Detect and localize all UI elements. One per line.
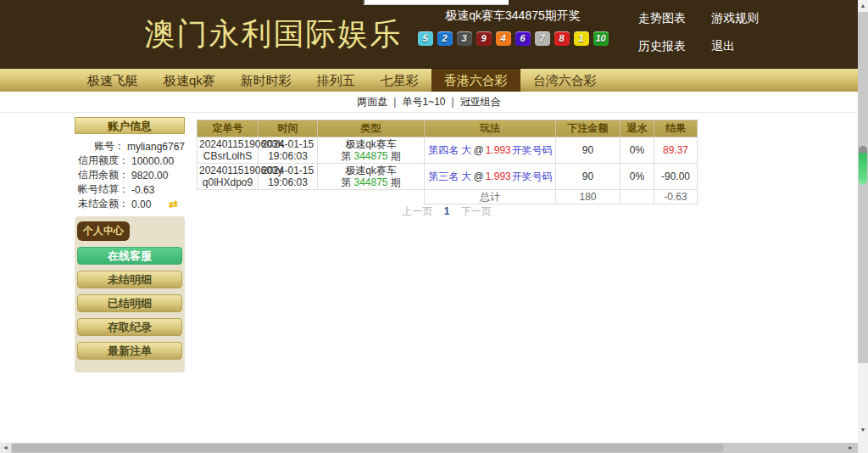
nav-tab-tw-mark-six[interactable]: 台湾六合彩 — [520, 69, 609, 92]
result: -90.00 — [654, 164, 698, 190]
table-header-row: 定单号 时间 类型 玩法 下注金额 退水 结果 — [198, 120, 698, 137]
field-value: myliang6767 — [127, 141, 185, 153]
lottery-ball: 10 — [593, 31, 609, 46]
lottery-balls-row: 5 2 3 9 4 6 7 8 1 10 — [410, 31, 615, 46]
nav-tab-new-ssc[interactable]: 新时时彩 — [228, 69, 304, 92]
rebate: 0% — [620, 164, 654, 190]
link-logout[interactable]: 退出 — [711, 39, 759, 54]
pagination: 上一页 1 下一页 — [197, 204, 697, 219]
bets-table: 定单号 时间 类型 玩法 下注金额 退水 结果 20240115190603KC… — [197, 120, 698, 204]
lottery-ball: 5 — [418, 31, 433, 46]
lottery-ball: 4 — [496, 31, 511, 46]
lottery-ball: 7 — [535, 31, 550, 46]
th-time: 时间 — [259, 120, 318, 137]
draw-numbers-link[interactable]: 开奖号码 — [512, 171, 553, 182]
field-label: 账号： — [75, 139, 125, 154]
nav-tab-pailiewu[interactable]: 排列五 — [304, 69, 368, 92]
link-trend-chart[interactable]: 走势图表 — [638, 11, 693, 26]
scroll-down-arrow-icon[interactable]: ▼ — [858, 424, 868, 436]
page-title: 澳门永利国际娱乐 — [127, 14, 420, 55]
play-cell: 第四名 大@1.993开奖号码 — [425, 137, 556, 164]
sidebar: 账户信息 账号： myliang6767 信用额度： 10000.00 信用余额… — [75, 117, 185, 372]
sidebar-buttons: 在线客服 未结明细 已结明细 存取纪录 最新注单 — [76, 247, 183, 360]
total-label: 总计 — [425, 190, 556, 204]
draw-announcement: 极速qk赛车344875期开奖 5 2 3 9 4 6 7 8 1 10 — [410, 8, 615, 46]
pagination-next[interactable]: 下一页 — [461, 205, 492, 217]
subnav-separator: | — [393, 96, 396, 108]
account-field-username: 账号： myliang6767 — [75, 139, 185, 154]
scroll-left-arrow-icon[interactable]: ◄ — [0, 443, 11, 453]
top-links: 走势图表 游戏规则 历史报表 退出 — [638, 11, 759, 54]
account-fields: 账号： myliang6767 信用额度： 10000.00 信用余额： 982… — [75, 134, 185, 215]
field-label: 未结金额： — [75, 197, 129, 211]
account-field-credit-balance: 信用余额： 9820.00 — [75, 168, 185, 182]
odds-value: 1.993 — [486, 144, 511, 156]
sub-nav: 两面盘|单号1~10|冠亚组合 — [0, 92, 858, 113]
link-history-report[interactable]: 历史报表 — [638, 39, 693, 54]
settled-details-button[interactable]: 已结明细 — [77, 294, 182, 312]
latest-bets-button[interactable]: 最新注单 — [77, 342, 182, 360]
lottery-ball: 2 — [437, 31, 453, 46]
th-rebate: 退水 — [620, 120, 654, 137]
th-order-id: 定单号 — [198, 120, 259, 137]
bet-type: 极速qk赛车 第 344875 期 — [318, 137, 425, 164]
scroll-right-arrow-icon[interactable]: ► — [845, 443, 856, 453]
field-value: 10000.00 — [131, 155, 174, 167]
field-label: 信用额度： — [75, 154, 129, 168]
order-id: 20240115190603yq0lHXdpo9 — [198, 164, 259, 190]
play-name: 第三名 大 — [428, 171, 471, 182]
personal-center-panel: 个人中心 在线客服 未结明细 已结明细 存取纪录 最新注单 — [75, 216, 185, 372]
total-result: -0.63 — [654, 190, 698, 204]
announcement-text: 极速qk赛车344875期开奖 — [410, 8, 615, 24]
refresh-icon[interactable]: ⇄ — [169, 198, 178, 210]
nav-tab-speed-airship[interactable]: 极速飞艇 — [75, 69, 151, 92]
draw-numbers-link[interactable]: 开奖号码 — [512, 144, 553, 156]
unsettled-details-button[interactable]: 未结明细 — [77, 271, 182, 288]
total-spacer-cell — [198, 190, 425, 204]
account-field-settlement: 帐号结算： -0.63 — [75, 182, 185, 197]
lottery-ball: 6 — [515, 31, 531, 46]
main-nav: 极速飞艇 极速qk赛 新时时彩 排列五 七星彩 香港六合彩 台湾六合彩 — [0, 68, 868, 92]
order-id: 20240115190603KCBsrLolhS — [198, 137, 259, 164]
lottery-ball: 1 — [574, 31, 589, 46]
field-value: 0.00 — [131, 199, 151, 210]
play-cell: 第三名 大@1.993开奖号码 — [425, 164, 556, 190]
scrollbar-horizontal[interactable]: ◄ ► — [0, 443, 858, 453]
online-service-button[interactable]: 在线客服 — [77, 247, 182, 265]
scrollbar-horizontal-thumb[interactable] — [12, 444, 724, 452]
deposit-records-button[interactable]: 存取纪录 — [77, 318, 182, 336]
pagination-prev[interactable]: 上一页 — [402, 205, 432, 217]
account-field-credit-limit: 信用额度： 10000.00 — [75, 154, 185, 168]
bet-type: 极速qk赛车 第 344875 期 — [318, 164, 425, 190]
th-bet-amount: 下注金额 — [556, 120, 620, 137]
total-amount: 180 — [556, 190, 620, 204]
account-field-unsettled: 未结金额： 0.00 ⇄ — [75, 197, 185, 211]
lottery-ball: 9 — [476, 31, 492, 46]
play-name: 第四名 大 — [428, 144, 471, 156]
subnav-link-single-number[interactable]: 单号1~10 — [402, 96, 445, 108]
rebate: 0% — [620, 137, 654, 164]
scrollbar-vertical[interactable]: ▲ ▼ — [858, 0, 868, 443]
issue-number: 344875 — [353, 176, 387, 188]
field-label: 信用余额： — [75, 168, 129, 182]
subnav-separator: | — [452, 96, 454, 108]
subnav-link-champion-pair[interactable]: 冠亚组合 — [460, 96, 501, 108]
total-row: 总计 180 -0.63 — [198, 190, 698, 204]
table-row: 20240115190603yq0lHXdpo9 2024-01-1519:06… — [198, 164, 698, 190]
subnav-link-two-sided[interactable]: 两面盘 — [357, 96, 387, 108]
scrollbar-corner — [858, 443, 868, 453]
nav-tab-hk-mark-six[interactable]: 香港六合彩 — [431, 69, 520, 92]
link-game-rules[interactable]: 游戏规则 — [711, 11, 759, 26]
pagination-current[interactable]: 1 — [444, 205, 450, 217]
nav-tab-speed-qk-racing[interactable]: 极速qk赛 — [151, 69, 228, 92]
bet-time: 2024-01-1519:06:03 — [259, 164, 318, 190]
table-row: 20240115190603KCBsrLolhS 2024-01-1519:06… — [198, 137, 698, 164]
account-info-title: 账户信息 — [75, 117, 185, 134]
field-value: 9820.00 — [131, 170, 168, 182]
odds-value: 1.993 — [486, 171, 511, 182]
nav-tab-qixingcai[interactable]: 七星彩 — [368, 69, 431, 92]
scrollbar-vertical-thumb[interactable] — [859, 146, 867, 185]
scroll-up-arrow-icon[interactable]: ▲ — [858, 0, 868, 12]
bet-time: 2024-01-1519:06:03 — [259, 137, 318, 164]
personal-center-tag: 个人中心 — [77, 221, 130, 241]
